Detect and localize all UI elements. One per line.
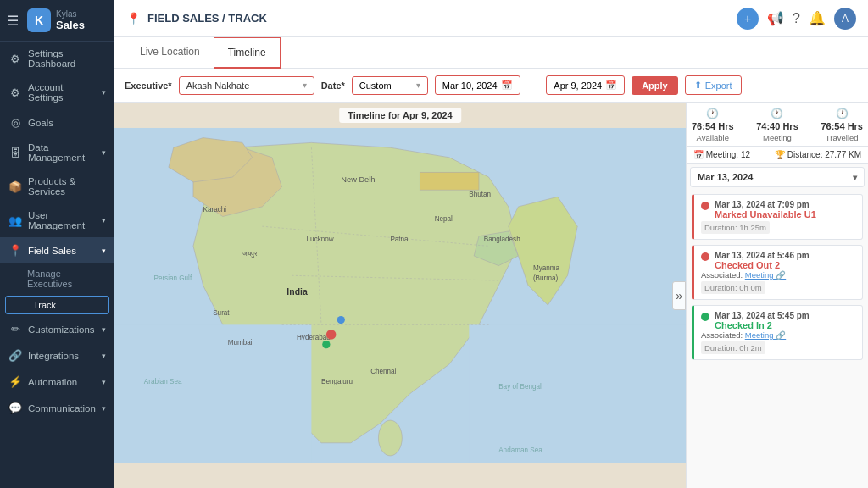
svg-point-35 [337,316,345,324]
calendar-icon: 📅 [501,80,513,91]
svg-text:Hyderabad: Hyderabad [297,334,331,341]
executive-value: Akash Nakhate [186,80,250,91]
svg-text:(Burma): (Burma) [533,274,559,282]
svg-text:Bhutan: Bhutan [469,191,491,198]
date-from-input[interactable]: Mar 10, 2024 📅 [435,75,520,95]
stat-available: 🕐 76:54 Hrs Available [692,108,734,142]
date-label: Date* [321,80,345,91]
timeline-date-header[interactable]: Mar 13, 2024 ▾ [690,167,865,187]
tab-timeline[interactable]: Timeline [214,37,281,69]
svg-rect-7 [420,172,479,190]
topbar: 📍 FIELD SALES / TRACK + 📢 ? 🔔 A [114,0,868,37]
sidebar-header: ☰ K Kylas Sales [0,0,114,42]
sidebar-item-communication[interactable]: 💬 Communication ▾ [0,395,114,421]
sidebar-item-account-settings[interactable]: ⚙ Account Settings ▾ [0,75,114,109]
main-content: 📍 FIELD SALES / TRACK + 📢 ? 🔔 A Live Loc… [114,0,868,488]
distance-icon: 🏆 [775,150,785,159]
distance-stat: 🏆 Distance: 27.77 KM [775,150,861,159]
hamburger-icon[interactable]: ☰ [7,13,19,29]
sidebar-item-user-management[interactable]: 👥 User Management ▾ [0,203,114,237]
event-header-3: Mar 13, 2024 at 5:45 pm Checked In 2 [701,311,855,330]
page-title-text: FIELD SALES / TRACK [147,12,267,25]
sidebar-item-label: Customizations [28,324,95,335]
account-icon: ⚙ [8,86,22,99]
sidebar-sub-label: Track [33,300,56,310]
sidebar-item-label: Communication [28,403,96,413]
stat-meeting-value: 74:40 Hrs [756,121,798,131]
event-duration-3: Duration: 0h 2m [701,341,765,354]
filter-bar: Executive* Akash Nakhate ▾ Date* Custom … [114,69,868,103]
event-name-2: Checked Out 2 [715,260,810,270]
event-time-1: Mar 13, 2024 at 7:09 pm [715,200,816,209]
export-icon: ⬆ [694,80,702,91]
event-assoc-link-2[interactable]: Meeting 🔗 [745,270,786,280]
executive-input[interactable]: Akash Nakhate ▾ [179,76,314,95]
stat-travelled: 🕐 76:54 Hrs Travelled [821,108,863,142]
map-panel: New Delhi Karachi जयपुर Lucknow Patna In… [114,103,868,488]
event-assoc-link-3[interactable]: Meeting 🔗 [745,330,786,340]
svg-text:Lucknow: Lucknow [307,236,334,243]
page-title: 📍 FIELD SALES / TRACK [126,12,267,25]
sidebar-item-track[interactable]: Track [5,296,109,314]
right-panel: 🕐 76:54 Hrs Available 🕐 74:40 Hrs Meetin… [686,103,868,488]
chevron-down-icon: ▾ [102,325,106,334]
date-to-value: Apr 9, 2024 [554,80,602,91]
megaphone-icon[interactable]: 📢 [767,10,784,26]
map-container[interactable]: New Delhi Karachi जयपुर Lucknow Patna In… [114,103,686,488]
date-type-select[interactable]: Custom ▾ [352,76,428,95]
expand-map-button[interactable]: » [672,281,686,310]
user-avatar[interactable]: A [834,8,856,30]
sidebar-item-label: Goals [28,118,53,128]
event-duration-2: Duration: 0h 0m [701,281,765,294]
export-button[interactable]: ⬆ Export [685,75,742,95]
event-dot-red [701,202,709,210]
settings-icon: ⚙ [8,53,22,65]
field-sales-icon: 📍 [8,244,22,257]
svg-text:Karachi: Karachi [203,206,227,214]
sidebar-item-manage-executives[interactable]: Manage Executives [0,263,114,294]
stat-travelled-label: Travelled [826,133,859,142]
stat-meeting-label: Meeting [763,133,792,142]
chevron-down-icon: ▾ [303,80,307,90]
chevron-down-icon: ▾ [102,88,106,97]
sidebar-item-integrations[interactable]: 🔗 Integrations ▾ [0,342,114,369]
tab-live-location[interactable]: Live Location [126,37,214,68]
svg-rect-5 [469,324,686,463]
sidebar-sub-label: Manage Executives [27,269,72,289]
help-icon[interactable]: ? [793,11,800,26]
products-icon: 📦 [8,180,22,193]
svg-point-6 [378,420,402,456]
sidebar-item-label: Integrations [28,351,79,361]
svg-text:Patna: Patna [390,236,409,243]
sidebar-item-label: Field Sales [28,246,76,256]
chevron-down-icon: ▾ [102,247,106,255]
sidebar-item-data-management[interactable]: 🗄 Data Management ▾ [0,136,114,169]
users-icon: 👥 [8,214,22,227]
svg-text:Surat: Surat [213,309,230,317]
sidebar-item-goals[interactable]: ◎ Goals [0,109,114,136]
sidebar-item-field-sales[interactable]: 📍 Field Sales ▾ [0,237,114,263]
sidebar-item-automation[interactable]: ⚡ Automation ▾ [0,369,114,395]
event-header-2: Mar 13, 2024 at 5:46 pm Checked Out 2 [701,251,855,270]
sidebar-item-customizations[interactable]: ✏ Customizations ▾ [0,316,114,342]
add-button[interactable]: + [737,8,759,30]
sidebar-item-label: Products & Services [28,176,106,197]
sidebar-item-settings-dashboard[interactable]: ⚙ Settings Dashboard [0,42,114,75]
date-to-input[interactable]: Apr 9, 2024 📅 [546,75,625,95]
event-card-3: Mar 13, 2024 at 5:45 pm Checked In 2 Ass… [692,305,863,360]
meeting-count: 📅 Meeting: 12 [693,150,750,159]
svg-text:Persian Gulf: Persian Gulf [153,274,192,282]
chevron-down-icon: ▾ [102,352,106,360]
tabs-bar: Live Location Timeline [114,37,868,69]
bell-icon[interactable]: 🔔 [809,10,826,26]
sidebar-item-label: Automation [28,377,77,387]
apply-button[interactable]: Apply [632,76,678,95]
meeting-icon: 📅 [693,150,704,159]
chevron-down-icon: ▾ [102,378,106,386]
event-assoc-3: Associated: Meeting 🔗 [701,330,855,340]
sidebar-logo: K [27,8,51,32]
sidebar-item-products-services[interactable]: 📦 Products & Services [0,169,114,203]
chevron-down-icon: ▾ [853,173,857,182]
sidebar-item-label: User Management [28,210,96,230]
event-duration-1: Duration: 1h 25m [701,221,770,234]
